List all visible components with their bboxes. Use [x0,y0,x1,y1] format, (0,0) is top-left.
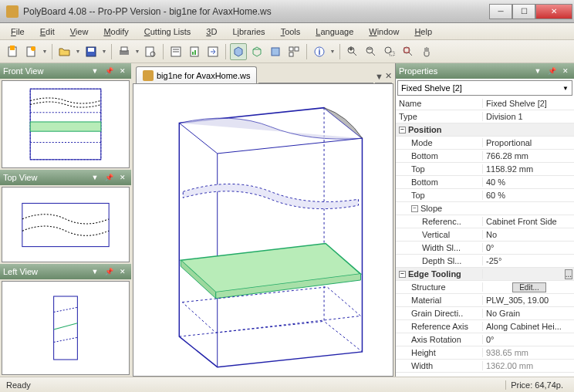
zoom-in-icon[interactable]: + [344,43,361,60]
prop-width[interactable]: Width1362.00 mm [396,360,574,373]
svg-line-28 [372,52,375,56]
prop-vertical[interactable]: VerticalNo [396,228,574,242]
menu-libraries[interactable]: Libraries [228,25,269,38]
front-view-canvas[interactable] [2,80,130,168]
3d-canvas[interactable] [133,83,393,377]
dropdown-icon[interactable]: ▼ [532,66,543,76]
dropdown-icon[interactable]: ▼ [89,172,100,183]
prop-top-mm[interactable]: Top1158.92 mm [396,163,574,176]
wireframe-icon[interactable] [248,43,265,60]
svg-rect-1 [10,46,15,50]
info-icon[interactable]: i [311,43,328,60]
prop-name[interactable]: NameFixed Shelve [2] [396,97,574,110]
minimize-button[interactable]: ─ [489,4,512,19]
prop-height[interactable]: Height938.65 mm [396,346,574,360]
pan-icon[interactable] [418,43,435,60]
3d-view-icon[interactable] [230,43,247,60]
prop-reference-axis[interactable]: Reference AxisAlong Cabinet Hei... [396,320,574,333]
tab-close-icon[interactable]: ✕ [385,71,392,81]
save-dropdown[interactable]: ▼ [101,49,107,54]
views-icon[interactable] [285,43,302,60]
prop-group-edge-tooling[interactable]: −Edge Tooling... [396,268,574,281]
menu-modify[interactable]: Modify [99,25,133,38]
menu-view[interactable]: View [66,25,93,38]
tab-document[interactable]: big1ne for AvaxHome.ws [136,66,257,83]
zoom-out-icon[interactable]: − [363,43,380,60]
center-column: big1ne for AvaxHome.ws ▼ ✕ [131,63,395,377]
pin-icon[interactable]: 📌 [103,172,114,183]
menu-cutting-lists[interactable]: Cutting Lists [140,25,196,38]
save-icon[interactable] [83,43,100,60]
open-icon[interactable] [56,43,73,60]
prop-structure[interactable]: StructureEdit... [396,281,574,294]
zoom-fit-icon[interactable] [400,43,417,60]
close-panel-icon[interactable]: ✕ [117,266,128,277]
menubar: File Edit View Modify Cutting Lists 3D L… [0,23,574,40]
prop-type[interactable]: TypeDivision 1 [396,110,574,123]
svg-rect-7 [121,47,127,51]
print-dropdown[interactable]: ▼ [134,49,140,54]
shaded-icon[interactable] [267,43,284,60]
svg-rect-21 [289,52,293,56]
collapse-icon[interactable]: − [411,205,418,212]
menu-window[interactable]: Window [364,25,403,38]
prop-grain[interactable]: Grain Directi..No Grain [396,307,574,320]
properties-grid: NameFixed Shelve [2] TypeDivision 1 −Pos… [396,97,574,377]
new-dropdown[interactable]: ▼ [42,49,48,54]
left-view-canvas[interactable] [2,281,130,375]
edit-button[interactable]: Edit... [512,282,546,292]
svg-point-3 [31,46,35,51]
new-project-icon[interactable] [23,43,40,60]
close-button[interactable]: ✕ [535,4,572,19]
report-icon[interactable] [186,43,203,60]
menu-3d[interactable]: 3D [201,25,221,38]
dropdown-icon[interactable]: ▼ [89,266,100,277]
maximize-button[interactable]: ☐ [512,4,535,19]
window-title: PolyBoard 4.08 -- Pro-PP Version - big1n… [23,6,489,17]
prop-mode[interactable]: ModeProportional [396,137,574,150]
pin-icon[interactable]: 📌 [546,66,557,76]
tab-dropdown-icon[interactable]: ▼ [375,72,383,81]
status-bar: Ready Price: 64,74p. [0,377,574,392]
zoom-window-icon[interactable] [381,43,398,60]
prop-reference[interactable]: Referenc..Cabinet Front Side [396,215,574,228]
front-view-title: Front View [3,66,86,76]
prop-width-slope[interactable]: Width Sl...0° [396,242,574,255]
menu-language[interactable]: Language [311,25,358,38]
top-view-canvas[interactable] [2,187,130,262]
prop-depth-slope[interactable]: Depth Sl...-25° [396,255,574,268]
properties-selector[interactable]: Fixed Shelve [2] ▼ [397,80,572,96]
tab-label: big1ne for AvaxHome.ws [157,71,250,80]
svg-line-44 [54,337,78,342]
menu-edit[interactable]: Edit [35,25,59,38]
menu-file[interactable]: File [6,25,29,38]
svg-line-33 [409,52,412,56]
prop-bottom-pct[interactable]: Bottom40 % [396,176,574,189]
close-panel-icon[interactable]: ✕ [117,66,128,76]
open-dropdown[interactable]: ▼ [75,49,81,54]
new-cabinet-icon[interactable] [5,43,22,60]
export-icon[interactable] [204,43,221,60]
dropdown-icon[interactable]: ▼ [89,66,100,76]
menu-tools[interactable]: Tools [276,25,306,38]
prop-top-pct[interactable]: Top60 % [396,189,574,202]
prop-axis-rotation[interactable]: Axis Rotation0° [396,333,574,346]
print-preview-icon[interactable] [142,43,159,60]
print-icon[interactable] [116,43,133,60]
prop-group-position[interactable]: −Position [396,123,574,137]
close-panel-icon[interactable]: ✕ [560,66,571,76]
collapse-icon[interactable]: − [399,271,406,278]
collapse-icon[interactable]: − [399,127,406,133]
prop-material[interactable]: MaterialPLW_305, 19.00 [396,294,574,307]
cutting-list-icon[interactable] [167,43,184,60]
prop-group-slope[interactable]: −Slope [396,202,574,215]
close-panel-icon[interactable]: ✕ [117,172,128,183]
svg-point-30 [385,47,391,53]
svg-rect-5 [88,48,94,52]
ellipsis-button[interactable]: ... [565,269,572,279]
prop-bottom-mm[interactable]: Bottom766.28 mm [396,150,574,163]
pin-icon[interactable]: 📌 [103,266,114,277]
pin-icon[interactable]: 📌 [103,66,114,76]
info-dropdown[interactable]: ▼ [329,49,336,54]
menu-help[interactable]: Help [410,25,437,38]
